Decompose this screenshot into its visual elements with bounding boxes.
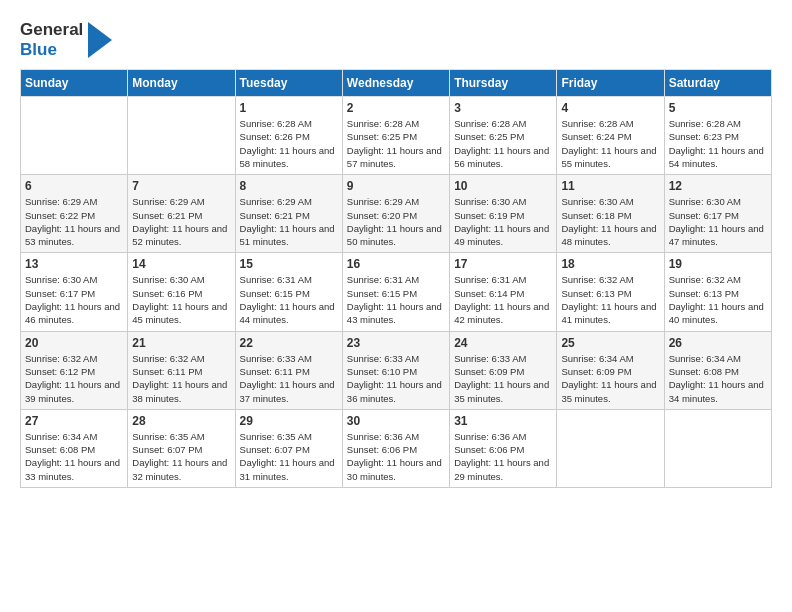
calendar-cell: 17Sunrise: 6:31 AM Sunset: 6:14 PM Dayli… [450, 253, 557, 331]
day-number: 12 [669, 179, 767, 193]
day-number: 14 [132, 257, 230, 271]
calendar-cell: 23Sunrise: 6:33 AM Sunset: 6:10 PM Dayli… [342, 331, 449, 409]
logo-icon [88, 22, 112, 58]
day-number: 15 [240, 257, 338, 271]
calendar-cell: 4Sunrise: 6:28 AM Sunset: 6:24 PM Daylig… [557, 97, 664, 175]
calendar-cell: 28Sunrise: 6:35 AM Sunset: 6:07 PM Dayli… [128, 409, 235, 487]
calendar-header-row: SundayMondayTuesdayWednesdayThursdayFrid… [21, 70, 772, 97]
calendar-cell [664, 409, 771, 487]
day-number: 27 [25, 414, 123, 428]
day-info: Sunrise: 6:33 AM Sunset: 6:11 PM Dayligh… [240, 352, 338, 405]
day-info: Sunrise: 6:28 AM Sunset: 6:25 PM Dayligh… [347, 117, 445, 170]
day-number: 8 [240, 179, 338, 193]
day-info: Sunrise: 6:32 AM Sunset: 6:13 PM Dayligh… [669, 273, 767, 326]
calendar-cell: 29Sunrise: 6:35 AM Sunset: 6:07 PM Dayli… [235, 409, 342, 487]
day-number: 11 [561, 179, 659, 193]
calendar-cell: 11Sunrise: 6:30 AM Sunset: 6:18 PM Dayli… [557, 175, 664, 253]
calendar-week-row: 6Sunrise: 6:29 AM Sunset: 6:22 PM Daylig… [21, 175, 772, 253]
calendar-week-row: 13Sunrise: 6:30 AM Sunset: 6:17 PM Dayli… [21, 253, 772, 331]
day-number: 28 [132, 414, 230, 428]
calendar-week-row: 1Sunrise: 6:28 AM Sunset: 6:26 PM Daylig… [21, 97, 772, 175]
day-info: Sunrise: 6:30 AM Sunset: 6:19 PM Dayligh… [454, 195, 552, 248]
day-number: 6 [25, 179, 123, 193]
day-number: 5 [669, 101, 767, 115]
calendar-cell: 27Sunrise: 6:34 AM Sunset: 6:08 PM Dayli… [21, 409, 128, 487]
day-number: 25 [561, 336, 659, 350]
calendar-week-row: 20Sunrise: 6:32 AM Sunset: 6:12 PM Dayli… [21, 331, 772, 409]
day-number: 29 [240, 414, 338, 428]
day-number: 19 [669, 257, 767, 271]
calendar-cell: 19Sunrise: 6:32 AM Sunset: 6:13 PM Dayli… [664, 253, 771, 331]
day-info: Sunrise: 6:29 AM Sunset: 6:21 PM Dayligh… [240, 195, 338, 248]
day-info: Sunrise: 6:33 AM Sunset: 6:10 PM Dayligh… [347, 352, 445, 405]
calendar-cell: 9Sunrise: 6:29 AM Sunset: 6:20 PM Daylig… [342, 175, 449, 253]
day-number: 21 [132, 336, 230, 350]
weekday-header: Monday [128, 70, 235, 97]
day-number: 16 [347, 257, 445, 271]
calendar-cell [557, 409, 664, 487]
day-info: Sunrise: 6:28 AM Sunset: 6:24 PM Dayligh… [561, 117, 659, 170]
calendar-cell: 2Sunrise: 6:28 AM Sunset: 6:25 PM Daylig… [342, 97, 449, 175]
day-number: 10 [454, 179, 552, 193]
calendar-cell: 8Sunrise: 6:29 AM Sunset: 6:21 PM Daylig… [235, 175, 342, 253]
day-info: Sunrise: 6:31 AM Sunset: 6:15 PM Dayligh… [240, 273, 338, 326]
calendar-cell: 30Sunrise: 6:36 AM Sunset: 6:06 PM Dayli… [342, 409, 449, 487]
page-header: General Blue [20, 20, 772, 59]
day-info: Sunrise: 6:33 AM Sunset: 6:09 PM Dayligh… [454, 352, 552, 405]
day-info: Sunrise: 6:31 AM Sunset: 6:15 PM Dayligh… [347, 273, 445, 326]
weekday-header: Friday [557, 70, 664, 97]
calendar-cell: 25Sunrise: 6:34 AM Sunset: 6:09 PM Dayli… [557, 331, 664, 409]
calendar-cell: 21Sunrise: 6:32 AM Sunset: 6:11 PM Dayli… [128, 331, 235, 409]
day-info: Sunrise: 6:28 AM Sunset: 6:26 PM Dayligh… [240, 117, 338, 170]
day-info: Sunrise: 6:29 AM Sunset: 6:20 PM Dayligh… [347, 195, 445, 248]
calendar-cell: 14Sunrise: 6:30 AM Sunset: 6:16 PM Dayli… [128, 253, 235, 331]
calendar-cell: 18Sunrise: 6:32 AM Sunset: 6:13 PM Dayli… [557, 253, 664, 331]
weekday-header: Sunday [21, 70, 128, 97]
day-info: Sunrise: 6:32 AM Sunset: 6:12 PM Dayligh… [25, 352, 123, 405]
calendar-week-row: 27Sunrise: 6:34 AM Sunset: 6:08 PM Dayli… [21, 409, 772, 487]
calendar-cell: 13Sunrise: 6:30 AM Sunset: 6:17 PM Dayli… [21, 253, 128, 331]
day-info: Sunrise: 6:31 AM Sunset: 6:14 PM Dayligh… [454, 273, 552, 326]
weekday-header: Tuesday [235, 70, 342, 97]
weekday-header: Saturday [664, 70, 771, 97]
day-info: Sunrise: 6:28 AM Sunset: 6:25 PM Dayligh… [454, 117, 552, 170]
calendar-cell [21, 97, 128, 175]
calendar-cell: 10Sunrise: 6:30 AM Sunset: 6:19 PM Dayli… [450, 175, 557, 253]
calendar-cell: 22Sunrise: 6:33 AM Sunset: 6:11 PM Dayli… [235, 331, 342, 409]
day-info: Sunrise: 6:34 AM Sunset: 6:09 PM Dayligh… [561, 352, 659, 405]
calendar-cell: 24Sunrise: 6:33 AM Sunset: 6:09 PM Dayli… [450, 331, 557, 409]
day-info: Sunrise: 6:30 AM Sunset: 6:17 PM Dayligh… [25, 273, 123, 326]
day-info: Sunrise: 6:36 AM Sunset: 6:06 PM Dayligh… [347, 430, 445, 483]
day-number: 2 [347, 101, 445, 115]
day-number: 20 [25, 336, 123, 350]
day-number: 23 [347, 336, 445, 350]
day-info: Sunrise: 6:29 AM Sunset: 6:21 PM Dayligh… [132, 195, 230, 248]
day-info: Sunrise: 6:30 AM Sunset: 6:18 PM Dayligh… [561, 195, 659, 248]
day-info: Sunrise: 6:36 AM Sunset: 6:06 PM Dayligh… [454, 430, 552, 483]
weekday-header: Thursday [450, 70, 557, 97]
day-number: 30 [347, 414, 445, 428]
day-info: Sunrise: 6:35 AM Sunset: 6:07 PM Dayligh… [132, 430, 230, 483]
calendar-cell: 31Sunrise: 6:36 AM Sunset: 6:06 PM Dayli… [450, 409, 557, 487]
calendar-cell: 16Sunrise: 6:31 AM Sunset: 6:15 PM Dayli… [342, 253, 449, 331]
logo: General Blue [20, 20, 112, 59]
day-number: 31 [454, 414, 552, 428]
day-info: Sunrise: 6:30 AM Sunset: 6:17 PM Dayligh… [669, 195, 767, 248]
day-info: Sunrise: 6:32 AM Sunset: 6:11 PM Dayligh… [132, 352, 230, 405]
day-number: 7 [132, 179, 230, 193]
day-info: Sunrise: 6:35 AM Sunset: 6:07 PM Dayligh… [240, 430, 338, 483]
day-info: Sunrise: 6:34 AM Sunset: 6:08 PM Dayligh… [669, 352, 767, 405]
day-number: 1 [240, 101, 338, 115]
calendar-cell: 3Sunrise: 6:28 AM Sunset: 6:25 PM Daylig… [450, 97, 557, 175]
calendar-cell: 26Sunrise: 6:34 AM Sunset: 6:08 PM Dayli… [664, 331, 771, 409]
day-info: Sunrise: 6:30 AM Sunset: 6:16 PM Dayligh… [132, 273, 230, 326]
calendar-cell: 1Sunrise: 6:28 AM Sunset: 6:26 PM Daylig… [235, 97, 342, 175]
calendar-cell: 6Sunrise: 6:29 AM Sunset: 6:22 PM Daylig… [21, 175, 128, 253]
logo-text: General Blue [20, 20, 112, 59]
day-number: 18 [561, 257, 659, 271]
day-info: Sunrise: 6:34 AM Sunset: 6:08 PM Dayligh… [25, 430, 123, 483]
calendar-cell: 20Sunrise: 6:32 AM Sunset: 6:12 PM Dayli… [21, 331, 128, 409]
calendar-body: 1Sunrise: 6:28 AM Sunset: 6:26 PM Daylig… [21, 97, 772, 488]
day-info: Sunrise: 6:29 AM Sunset: 6:22 PM Dayligh… [25, 195, 123, 248]
day-number: 26 [669, 336, 767, 350]
